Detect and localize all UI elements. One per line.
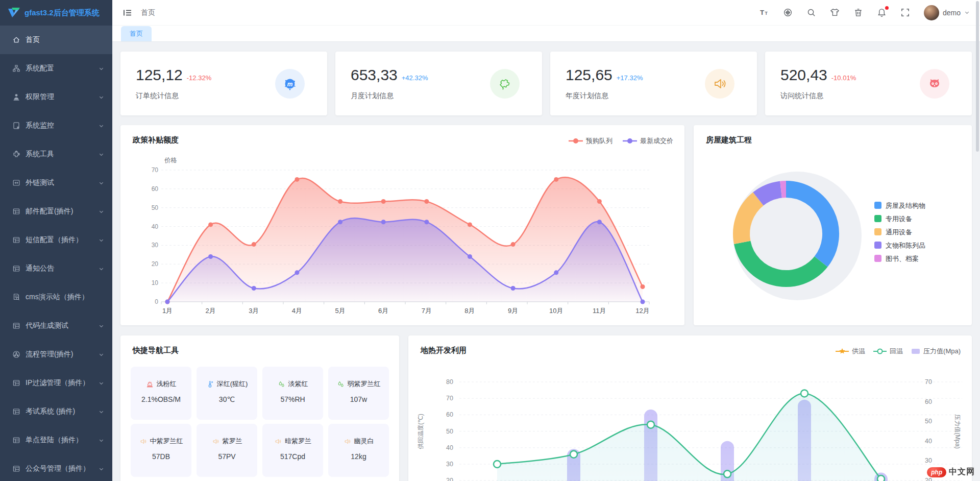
sidebar-item[interactable]: 短信配置（插件）: [0, 226, 112, 254]
sidebar-item[interactable]: 权限管理: [0, 83, 112, 111]
thermometer-icon: [206, 380, 214, 388]
doc-search-icon: [12, 293, 20, 301]
sidebar-item[interactable]: 考试系统 (插件): [0, 397, 112, 426]
svg-text:压力值(Mpa): 压力值(Mpa): [954, 414, 961, 448]
stat-value: 520,43: [780, 66, 827, 84]
scrollbar-thumb[interactable]: [976, 1, 979, 152]
svg-text:30: 30: [152, 242, 159, 249]
svg-text:70: 70: [152, 166, 159, 174]
quick-nav-item[interactable]: 暗紫罗兰517Cpd: [262, 424, 323, 477]
legend-item[interactable]: 预购队列: [569, 136, 612, 146]
link-icon: [12, 179, 20, 187]
theme-icon[interactable]: [830, 8, 840, 17]
quick-nav-item-value: 30℃: [197, 395, 257, 403]
svg-text:5月: 5月: [335, 307, 345, 315]
stat-icon-circle: m: [275, 69, 305, 99]
quick-nav-item[interactable]: 幽灵白12kg: [328, 424, 389, 477]
dam-icon: [146, 380, 154, 388]
quick-nav-item[interactable]: 中紫罗兰红57DB: [131, 424, 191, 477]
chart-title: 房屋建筑工程: [706, 135, 752, 145]
quick-nav-item-title: 浅粉红: [131, 379, 191, 389]
breadcrumb[interactable]: 首页: [141, 8, 155, 17]
legend-item[interactable]: 回温: [873, 347, 903, 356]
window-icon: [12, 236, 20, 244]
search-icon[interactable]: [806, 8, 816, 17]
chevron-down-icon: [99, 266, 104, 272]
bottom-row: 快捷导航工具 浅粉红2.1%OBS/M深红(猩红)30℃淡紫红57%RH弱紫罗兰…: [120, 335, 972, 481]
subsidy-chart-card: 政策补贴额度 预购队列最新成交价 010203040506070价格1月2月3月…: [120, 125, 684, 325]
svg-text:8月: 8月: [464, 307, 475, 315]
sidebar-item[interactable]: cms演示站（插件）: [0, 283, 112, 311]
quick-nav-item-title: 暗紫罗兰: [262, 437, 323, 446]
stat-card: 125,12-12.32%订单统计信息m: [120, 52, 327, 115]
chevron-down-icon: [99, 180, 104, 186]
translate-icon[interactable]: [783, 8, 793, 17]
sidebar-item-label: 首页: [26, 35, 104, 44]
svg-text:6月: 6月: [378, 307, 388, 315]
watermark: php 中文网: [927, 467, 975, 477]
user-icon: [12, 93, 20, 101]
stat-label: 访问统计信息: [780, 91, 856, 101]
legend-item[interactable]: 供温: [836, 347, 865, 356]
username: demo: [943, 9, 961, 17]
sidebar-item-label: 考试系统 (插件): [26, 407, 99, 416]
svg-text:70: 70: [446, 395, 453, 402]
navbar-actions: TTdemo: [760, 5, 970, 20]
sidebar-item[interactable]: 邮件配置(插件): [0, 197, 112, 226]
quick-nav-item[interactable]: 淡紫红57%RH: [262, 367, 323, 420]
stat-icon-circle: [705, 69, 734, 99]
app-logo[interactable]: gfast3.2后台管理系统: [0, 0, 112, 26]
water-drops-icon: [278, 380, 285, 388]
svg-text:供回温度(℃): 供回温度(℃): [417, 414, 424, 449]
window-icon: [12, 264, 20, 273]
legend-item[interactable]: 压力值(Mpa): [911, 347, 961, 356]
stat-card: 653,33+42.32%月度计划信息: [335, 52, 542, 115]
sidebar-item[interactable]: IP过滤管理（插件）: [0, 369, 112, 397]
chevron-down-icon: [99, 152, 104, 157]
sidebar-item[interactable]: 流程管理(插件): [0, 340, 112, 369]
main-area: 首页 TTdemo 首页 125,12-12.32%订单统计信息m653,33+…: [112, 0, 980, 481]
quick-nav-item[interactable]: 浅粉红2.1%OBS/M: [131, 367, 191, 420]
section-title: 快捷导航工具: [133, 346, 179, 355]
quick-nav-item[interactable]: 弱紫罗兰红107w: [328, 367, 389, 420]
chevron-down-icon: [99, 466, 104, 472]
sidebar-item[interactable]: 系统监控: [0, 111, 112, 140]
quick-nav-item-value: 12kg: [328, 452, 389, 461]
quick-nav-item-title: 紫罗兰: [197, 437, 257, 446]
stat-card-text: 125,65+17.32%年度计划信息: [566, 66, 643, 101]
user-menu[interactable]: demo: [924, 5, 970, 20]
window-icon: [12, 465, 20, 473]
collapse-menu-icon[interactable]: [122, 8, 133, 18]
quick-nav-item[interactable]: 紫罗兰57PV: [197, 424, 257, 477]
fullscreen-icon[interactable]: [900, 8, 910, 17]
sidebar-item[interactable]: 公众号管理（插件）: [0, 454, 112, 481]
sidebar-item-label: 通知公告: [26, 264, 99, 273]
chart-title: 地热开发利用: [421, 346, 467, 355]
sidebar-item[interactable]: 系统工具: [0, 140, 112, 169]
stat-change: -12.32%: [187, 74, 211, 82]
logo-icon: [7, 7, 20, 18]
chevron-down-icon: [99, 352, 104, 357]
stat-change: +17.32%: [617, 74, 643, 82]
svg-text:30: 30: [925, 457, 932, 464]
chevron-down-icon: [99, 380, 104, 386]
quick-nav-item[interactable]: 深红(猩红)30℃: [197, 367, 257, 420]
quick-nav-item-title: 幽灵白: [328, 437, 389, 446]
bell-icon[interactable]: [877, 8, 887, 17]
svg-text:20: 20: [925, 477, 932, 481]
sidebar-item[interactable]: 外链测试: [0, 169, 112, 197]
sidebar-item[interactable]: 首页: [0, 26, 112, 54]
legend-item[interactable]: 最新成交价: [623, 136, 673, 146]
sidebar-item[interactable]: 通知公告: [0, 254, 112, 283]
tab-home[interactable]: 首页: [121, 26, 152, 41]
trash-icon[interactable]: [853, 8, 863, 17]
svg-text:30: 30: [446, 461, 453, 468]
top-navbar: 首页 TTdemo: [112, 0, 980, 26]
sidebar-item[interactable]: 单点登陆（插件）: [0, 426, 112, 454]
font-size-icon[interactable]: TT: [760, 8, 769, 17]
svg-text:60: 60: [152, 185, 159, 193]
sidebar-item[interactable]: 代码生成测试: [0, 311, 112, 340]
svg-text:60: 60: [446, 411, 453, 418]
sidebar-item[interactable]: 系统配置: [0, 54, 112, 83]
speaker-icon: [212, 438, 219, 445]
